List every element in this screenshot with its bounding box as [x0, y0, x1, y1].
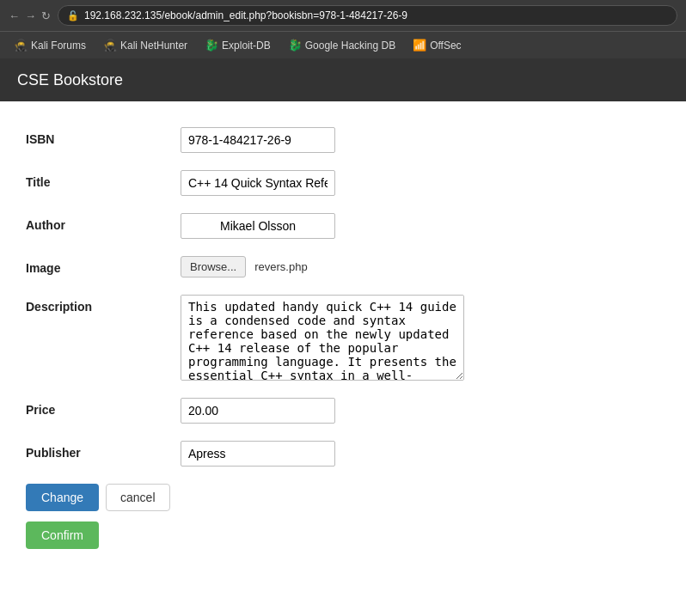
bookmark-google-hacking-db[interactable]: 🐉 Google Hacking DB — [281, 36, 402, 54]
bookmarks-bar: 🥷 Kali Forums 🥷 Kali NetHunter 🐉 Exploit… — [0, 31, 686, 58]
bookmark-offsec[interactable]: 📶 OffSec — [406, 36, 468, 54]
description-label: Description — [26, 295, 181, 314]
google-hacking-db-icon: 🐉 — [288, 39, 302, 52]
confirm-button[interactable]: Confirm — [26, 521, 99, 549]
bookmark-kali-forums[interactable]: 🥷 Kali Forums — [7, 36, 93, 54]
publisher-label: Publisher — [26, 441, 181, 460]
image-field-group: Browse... revers.php — [181, 256, 308, 278]
forward-icon[interactable]: → — [25, 9, 36, 22]
browser-bar: ← → ↻ 🔓 192.168.232.135/ebook/admin_edit… — [0, 0, 686, 31]
google-hacking-db-label: Google Hacking DB — [305, 40, 395, 52]
author-label: Author — [26, 213, 181, 232]
description-textarea[interactable] — [181, 295, 464, 381]
address-bar[interactable]: 🔓 192.168.232.135/ebook/admin_edit.php?b… — [58, 5, 677, 26]
reload-icon[interactable]: ↻ — [41, 9, 51, 22]
back-icon[interactable]: ← — [9, 9, 20, 22]
image-row: Image Browse... revers.php — [26, 256, 660, 278]
title-input[interactable] — [181, 170, 335, 196]
change-button[interactable]: Change — [26, 484, 99, 511]
title-label: Title — [26, 170, 181, 189]
image-label: Image — [26, 256, 181, 275]
image-filename: revers.php — [254, 260, 307, 273]
confirm-row: Confirm — [26, 521, 660, 549]
change-cancel-row: Change cancel — [26, 484, 660, 511]
cancel-button[interactable]: cancel — [106, 484, 169, 511]
isbn-input[interactable] — [181, 127, 335, 153]
browse-button[interactable]: Browse... — [181, 256, 246, 278]
publisher-input[interactable] — [181, 441, 335, 467]
author-row: Author — [26, 213, 660, 239]
browser-nav-icons: ← → ↻ — [9, 9, 51, 22]
price-input[interactable] — [181, 398, 335, 424]
exploit-db-label: Exploit-DB — [222, 40, 271, 52]
lock-icon: 🔓 — [67, 10, 79, 21]
title-row: Title — [26, 170, 660, 196]
price-row: Price — [26, 398, 660, 424]
exploit-db-icon: 🐉 — [205, 39, 218, 52]
kali-nethunter-label: Kali NetHunter — [120, 40, 187, 52]
main-content: ISBN Title Author Image Browse... revers… — [0, 101, 686, 616]
app-header: CSE Bookstore — [0, 58, 686, 101]
app-title: CSE Bookstore — [17, 71, 123, 89]
kali-forums-icon: 🥷 — [14, 39, 28, 52]
offsec-label: OffSec — [430, 40, 461, 52]
description-row: Description — [26, 295, 660, 381]
isbn-row: ISBN — [26, 127, 660, 153]
url-text: 192.168.232.135/ebook/admin_edit.php?boo… — [84, 9, 407, 21]
bookmark-exploit-db[interactable]: 🐉 Exploit-DB — [198, 36, 278, 54]
offsec-icon: 📶 — [413, 39, 426, 52]
kali-forums-label: Kali Forums — [31, 40, 86, 52]
bookmark-kali-nethunter[interactable]: 🥷 Kali NetHunter — [96, 36, 194, 54]
publisher-row: Publisher — [26, 441, 660, 467]
isbn-label: ISBN — [26, 127, 181, 146]
kali-nethunter-icon: 🥷 — [103, 39, 117, 52]
author-input[interactable] — [181, 213, 335, 239]
price-label: Price — [26, 398, 181, 417]
